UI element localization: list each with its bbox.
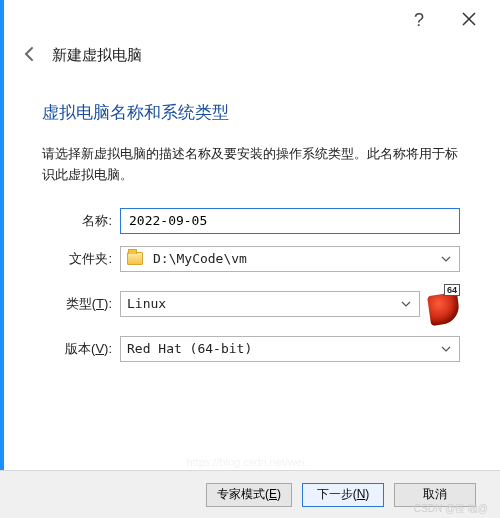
version-label: 版本(V): <box>42 340 120 358</box>
folder-value: D:\MyCode\vm <box>153 251 247 266</box>
next-button[interactable]: 下一步(N) <box>302 483 384 507</box>
window-accent <box>0 0 4 518</box>
row-version: 版本(V): Red Hat (64-bit) <box>42 336 460 362</box>
dialog-header: 新建虚拟电脑 <box>0 40 500 83</box>
help-icon[interactable]: ? <box>414 10 424 31</box>
dialog-title: 新建虚拟电脑 <box>52 46 142 65</box>
folder-select[interactable]: D:\MyCode\vm <box>120 246 460 272</box>
version-select[interactable]: Red Hat (64-bit) <box>120 336 460 362</box>
type-label: 类型(T): <box>42 295 120 313</box>
os-icon-wrap: 64 <box>428 284 460 324</box>
expert-mode-button[interactable]: 专家模式(E) <box>206 483 292 507</box>
watermark-bg: https://blog.csdn.net/wei... <box>0 456 500 468</box>
name-label: 名称: <box>42 212 120 230</box>
titlebar: ? <box>0 0 500 40</box>
row-type: 类型(T): Linux 64 <box>42 284 460 324</box>
type-value: Linux <box>127 296 166 311</box>
content-area: 虚拟电脑名称和系统类型 请选择新虚拟电脑的描述名称及要安装的操作系统类型。此名称… <box>0 101 500 362</box>
chevron-down-icon <box>401 301 411 307</box>
chevron-down-icon <box>441 256 451 262</box>
version-value: Red Hat (64-bit) <box>127 341 252 356</box>
folder-icon <box>127 252 143 265</box>
folder-label: 文件夹: <box>42 250 120 268</box>
arch-badge: 64 <box>444 284 460 296</box>
watermark: CSDN @怪 咖@ <box>414 502 488 516</box>
chevron-down-icon <box>441 346 451 352</box>
row-folder: 文件夹: D:\MyCode\vm <box>42 246 460 272</box>
name-input[interactable] <box>120 208 460 234</box>
close-icon[interactable] <box>462 10 476 31</box>
section-title: 虚拟电脑名称和系统类型 <box>42 101 460 124</box>
redhat-icon <box>427 292 461 326</box>
row-name: 名称: <box>42 208 460 234</box>
section-description: 请选择新虚拟电脑的描述名称及要安装的操作系统类型。此名称将用于标识此虚拟电脑。 <box>42 144 460 186</box>
back-icon[interactable] <box>22 46 38 65</box>
type-select[interactable]: Linux <box>120 291 420 317</box>
